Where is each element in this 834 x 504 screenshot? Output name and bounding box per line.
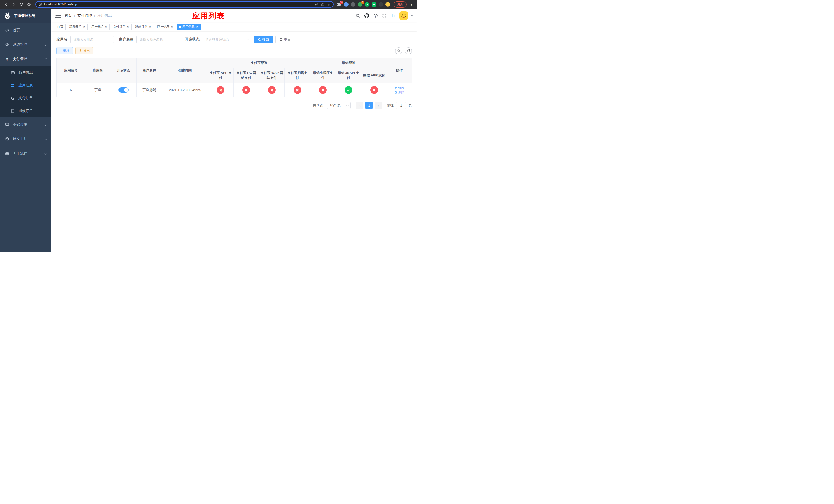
tab-refund-order[interactable]: 退款订单× — [133, 24, 154, 30]
reset-button[interactable]: 重置 — [276, 36, 294, 43]
app-name-input[interactable] — [70, 36, 114, 43]
toggle-search-button[interactable] — [395, 47, 402, 54]
edit-button[interactable]: 修改 — [394, 86, 404, 90]
cross-circle-icon — [242, 86, 250, 94]
delete-button[interactable]: 删除 — [394, 90, 404, 94]
status-label: 开启状态 — [185, 37, 199, 42]
cross-circle-icon — [217, 86, 224, 94]
cell-ops: 修改 删除 — [387, 83, 412, 97]
browser-back-icon[interactable] — [3, 1, 9, 8]
cell-app-id: 6 — [57, 83, 85, 97]
breadcrumb-payment[interactable]: 支付管理 — [78, 13, 92, 18]
sidebar-toggle-icon[interactable] — [56, 13, 61, 18]
extensions-puzzle-icon[interactable]: 10 — [337, 2, 342, 7]
extension-icon-pin[interactable] — [378, 2, 383, 7]
password-key-icon[interactable] — [314, 3, 318, 6]
extension-badge: 1 — [361, 1, 364, 4]
status-select[interactable]: 请选择开启状态 — [203, 36, 251, 43]
extension-icon-emoji[interactable] — [385, 2, 390, 7]
bookmark-star-icon[interactable]: ☆ — [327, 3, 331, 6]
close-icon[interactable]: × — [83, 25, 85, 28]
add-button[interactable]: + 新增 — [57, 47, 73, 54]
sidebar: 芋道管理系统 首页 系统管理 ¥ 支付管理 — [0, 9, 51, 252]
page-number-button[interactable]: 1 — [366, 102, 373, 109]
total-count: 共 1 条 — [313, 103, 323, 108]
cell-alipay-app — [208, 83, 233, 97]
close-icon[interactable]: × — [149, 25, 151, 28]
tab-label: 流程表单 — [69, 25, 82, 29]
app-table: 应用编号 应用名 开启状态 商户名称 创建时间 支付宝配置 微信配置 操作 支付… — [57, 58, 412, 97]
extension-icon-wechat[interactable] — [365, 2, 370, 7]
extension-icon-dark[interactable] — [351, 2, 356, 7]
tab-process-form[interactable]: 流程表单× — [67, 24, 88, 30]
breadcrumb-home[interactable]: 首页 — [65, 13, 72, 18]
export-button-label: 导出 — [83, 49, 90, 53]
browser-refresh-icon[interactable] — [18, 1, 25, 8]
col-header-wechat-app: 微信 APP 支付 — [361, 68, 387, 83]
sidebar-item-home[interactable]: 首页 — [0, 23, 51, 38]
browser-menu-icon[interactable]: ⋮ — [409, 2, 414, 7]
github-icon[interactable] — [365, 13, 369, 18]
close-icon[interactable]: × — [105, 25, 107, 28]
sidebar-item-infrastructure[interactable]: 基础设施 — [0, 117, 51, 132]
status-toggle[interactable] — [118, 87, 129, 93]
browser-home-icon[interactable] — [26, 1, 32, 8]
sidebar-item-payment[interactable]: ¥ 支付管理 — [0, 52, 51, 66]
close-icon[interactable]: × — [171, 25, 173, 28]
tab-merchant-info[interactable]: 商户信息× — [155, 24, 175, 30]
sidebar-item-app-info[interactable]: 应用信息 — [0, 79, 51, 92]
browser-update-button[interactable]: 更新 — [394, 1, 407, 8]
browser-forward-icon[interactable] — [10, 1, 17, 8]
close-icon[interactable]: × — [127, 25, 129, 28]
extension-icon-blue[interactable] — [344, 2, 349, 7]
fullscreen-icon[interactable] — [382, 14, 387, 18]
col-header-merchant: 商户名称 — [136, 58, 162, 83]
search-button[interactable]: 搜索 — [254, 36, 273, 43]
sidebar-item-pay-order[interactable]: 支付订单 — [0, 92, 51, 105]
site-info-icon[interactable] — [39, 3, 42, 6]
export-button[interactable]: 导出 — [75, 47, 93, 54]
merchant-name-label: 商户名称 — [119, 37, 133, 42]
sidebar-item-system[interactable]: 系统管理 — [0, 38, 51, 52]
sidebar-item-dev-tools[interactable]: 研发工具 — [0, 132, 51, 146]
extension-icon-chat[interactable] — [371, 2, 376, 7]
refresh-table-button[interactable] — [405, 47, 412, 54]
search-icon[interactable] — [356, 14, 360, 18]
cross-circle-icon — [319, 86, 327, 94]
help-icon[interactable]: ? — [373, 14, 378, 18]
tab-home[interactable]: 首页 — [55, 24, 66, 30]
col-header-created: 创建时间 — [162, 58, 208, 83]
svg-text:?: ? — [375, 14, 376, 17]
tab-pay-order[interactable]: 支付订单× — [111, 24, 132, 30]
goto-page-input[interactable] — [396, 102, 407, 109]
share-icon[interactable] — [321, 3, 325, 6]
col-header-alipay-qr: 支付宝扫码支付 — [285, 68, 310, 83]
sidebar-item-merchant-info[interactable]: 商户信息 — [0, 66, 51, 79]
col-header-wechat-jsapi: 微信 JSAPI 支付 — [336, 68, 361, 83]
extension-icon-green-badged[interactable]: 1 — [357, 2, 363, 7]
sidebar-item-label: 商户信息 — [19, 70, 47, 75]
active-dot — [179, 26, 181, 28]
col-header-wechat-mini: 微信小程序支付 — [310, 68, 336, 83]
sidebar-item-refund-order[interactable]: 退款订单 — [0, 105, 51, 117]
avatar[interactable] — [399, 11, 408, 20]
merchant-name-input[interactable] — [136, 36, 180, 43]
prev-page-button[interactable] — [356, 102, 364, 109]
caret-down-icon[interactable] — [411, 15, 413, 17]
app-title: 芋道管理系统 — [14, 14, 36, 18]
search-button-label: 搜索 — [262, 37, 269, 42]
chevron-down-icon — [45, 152, 47, 155]
font-size-icon[interactable] — [391, 13, 395, 18]
next-page-button[interactable] — [375, 102, 382, 109]
cross-circle-icon — [370, 86, 378, 94]
page-size-select[interactable]: 10条/页 — [327, 102, 351, 109]
address-bar[interactable]: localhost:1024/pay/app ☆ — [36, 1, 334, 8]
close-icon[interactable]: × — [196, 25, 198, 28]
sidebar-item-workflow[interactable]: 工作流程 — [0, 146, 51, 160]
app-name-label: 应用名 — [57, 37, 67, 42]
tab-app-info[interactable]: 应用信息× — [177, 24, 201, 30]
chevron-down-icon — [45, 123, 47, 126]
tab-user-group[interactable]: 用户分组× — [89, 24, 110, 30]
chevron-up-icon — [45, 58, 47, 60]
sidebar-item-label: 研发工具 — [13, 137, 45, 141]
